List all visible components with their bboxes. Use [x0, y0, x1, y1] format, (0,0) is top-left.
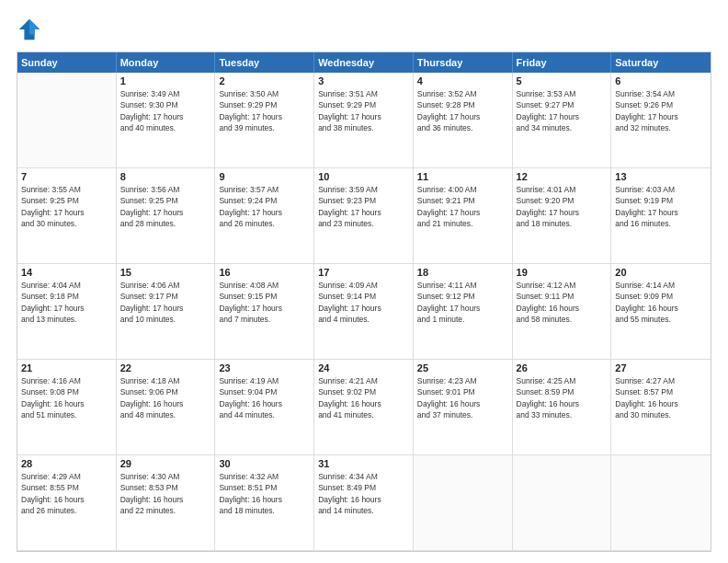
- day-number: 11: [417, 171, 508, 182]
- calendar-cell: 18Sunrise: 4:11 AMSunset: 9:12 PMDayligh…: [414, 264, 513, 360]
- calendar-cell: 10Sunrise: 3:59 AMSunset: 9:23 PMDayligh…: [314, 168, 414, 264]
- calendar-cell: 17Sunrise: 4:09 AMSunset: 9:14 PMDayligh…: [314, 264, 414, 360]
- day-info: Sunrise: 4:14 AMSunset: 9:09 PMDaylight:…: [615, 280, 707, 325]
- calendar-cell: 4Sunrise: 3:52 AMSunset: 9:28 PMDaylight…: [414, 73, 513, 168]
- calendar-cell: 30Sunrise: 4:32 AMSunset: 8:51 PMDayligh…: [215, 455, 314, 551]
- calendar-cell: 7Sunrise: 3:55 AMSunset: 9:25 PMDaylight…: [17, 168, 117, 264]
- calendar-cell: 22Sunrise: 4:18 AMSunset: 9:06 PMDayligh…: [117, 360, 216, 455]
- calendar-cell: 2Sunrise: 3:50 AMSunset: 9:29 PMDaylight…: [215, 73, 314, 168]
- day-number: 3: [318, 75, 409, 86]
- calendar-cell: 19Sunrise: 4:12 AMSunset: 9:11 PMDayligh…: [513, 264, 612, 360]
- day-info: Sunrise: 3:57 AMSunset: 9:24 PMDaylight:…: [219, 184, 310, 229]
- header: [17, 17, 711, 42]
- day-number: 7: [21, 171, 112, 182]
- calendar-cell: 28Sunrise: 4:29 AMSunset: 8:55 PMDayligh…: [17, 455, 117, 551]
- calendar-cell: [414, 455, 513, 551]
- day-number: 10: [318, 171, 409, 182]
- day-number: 16: [219, 267, 310, 278]
- calendar-cell: 15Sunrise: 4:06 AMSunset: 9:17 PMDayligh…: [117, 264, 216, 360]
- calendar-cell: 8Sunrise: 3:56 AMSunset: 9:25 PMDaylight…: [117, 168, 216, 264]
- calendar-cell: 14Sunrise: 4:04 AMSunset: 9:18 PMDayligh…: [17, 264, 117, 360]
- day-number: 9: [219, 171, 310, 182]
- day-info: Sunrise: 3:49 AMSunset: 9:30 PMDaylight:…: [120, 88, 211, 133]
- day-number: 18: [417, 267, 508, 278]
- day-info: Sunrise: 4:23 AMSunset: 9:01 PMDaylight:…: [417, 375, 508, 420]
- day-number: 14: [21, 267, 112, 278]
- day-number: 8: [120, 171, 211, 182]
- calendar-cell: 29Sunrise: 4:30 AMSunset: 8:53 PMDayligh…: [117, 455, 216, 551]
- day-number: 5: [517, 75, 608, 86]
- calendar-cell: 25Sunrise: 4:23 AMSunset: 9:01 PMDayligh…: [414, 360, 513, 455]
- day-number: 19: [517, 267, 608, 278]
- day-number: 13: [615, 171, 707, 182]
- day-info: Sunrise: 4:34 AMSunset: 8:49 PMDaylight:…: [318, 471, 409, 516]
- day-info: Sunrise: 4:18 AMSunset: 9:06 PMDaylight:…: [120, 375, 211, 420]
- day-info: Sunrise: 4:00 AMSunset: 9:21 PMDaylight:…: [417, 184, 508, 229]
- calendar-cell: [611, 455, 711, 551]
- day-number: 22: [120, 362, 211, 373]
- day-number: 21: [21, 362, 112, 373]
- day-number: 15: [120, 267, 211, 278]
- day-number: 4: [417, 75, 508, 86]
- day-info: Sunrise: 4:25 AMSunset: 8:59 PMDaylight:…: [517, 375, 608, 420]
- day-number: 25: [417, 362, 508, 373]
- weekday-header: Tuesday: [215, 52, 314, 73]
- calendar-cell: [513, 455, 612, 551]
- calendar-cell: 20Sunrise: 4:14 AMSunset: 9:09 PMDayligh…: [611, 264, 711, 360]
- day-info: Sunrise: 4:06 AMSunset: 9:17 PMDaylight:…: [120, 280, 211, 325]
- day-number: 29: [120, 458, 211, 469]
- day-info: Sunrise: 3:51 AMSunset: 9:29 PMDaylight:…: [318, 88, 409, 133]
- calendar: SundayMondayTuesdayWednesdayThursdayFrid…: [17, 52, 711, 552]
- day-number: 2: [219, 75, 310, 86]
- day-info: Sunrise: 3:54 AMSunset: 9:26 PMDaylight:…: [615, 88, 707, 133]
- calendar-cell: 21Sunrise: 4:16 AMSunset: 9:08 PMDayligh…: [17, 360, 117, 455]
- day-info: Sunrise: 3:50 AMSunset: 9:29 PMDaylight:…: [219, 88, 310, 133]
- calendar-cell: 3Sunrise: 3:51 AMSunset: 9:29 PMDaylight…: [314, 73, 414, 168]
- day-info: Sunrise: 3:55 AMSunset: 9:25 PMDaylight:…: [21, 184, 112, 229]
- calendar-cell: 1Sunrise: 3:49 AMSunset: 9:30 PMDaylight…: [117, 73, 216, 168]
- calendar-cell: 13Sunrise: 4:03 AMSunset: 9:19 PMDayligh…: [611, 168, 711, 264]
- weekday-header: Sunday: [17, 52, 117, 73]
- calendar-cell: [17, 73, 117, 168]
- day-number: 30: [219, 458, 310, 469]
- calendar-cell: 26Sunrise: 4:25 AMSunset: 8:59 PMDayligh…: [513, 360, 612, 455]
- day-info: Sunrise: 4:12 AMSunset: 9:11 PMDaylight:…: [517, 280, 608, 325]
- weekday-header: Saturday: [611, 52, 711, 73]
- day-number: 27: [615, 362, 707, 373]
- day-info: Sunrise: 4:09 AMSunset: 9:14 PMDaylight:…: [318, 280, 409, 325]
- day-info: Sunrise: 4:03 AMSunset: 9:19 PMDaylight:…: [615, 184, 707, 229]
- day-info: Sunrise: 4:16 AMSunset: 9:08 PMDaylight:…: [21, 375, 112, 420]
- day-info: Sunrise: 4:30 AMSunset: 8:53 PMDaylight:…: [120, 471, 211, 516]
- day-info: Sunrise: 4:21 AMSunset: 9:02 PMDaylight:…: [318, 375, 409, 420]
- day-info: Sunrise: 4:01 AMSunset: 9:20 PMDaylight:…: [517, 184, 608, 229]
- calendar-cell: 6Sunrise: 3:54 AMSunset: 9:26 PMDaylight…: [611, 73, 711, 168]
- day-info: Sunrise: 4:08 AMSunset: 9:15 PMDaylight:…: [219, 280, 310, 325]
- day-number: 26: [517, 362, 608, 373]
- calendar-cell: 31Sunrise: 4:34 AMSunset: 8:49 PMDayligh…: [314, 455, 414, 551]
- weekday-header: Thursday: [414, 52, 513, 73]
- logo: [17, 17, 46, 42]
- day-info: Sunrise: 4:04 AMSunset: 9:18 PMDaylight:…: [21, 280, 112, 325]
- day-info: Sunrise: 3:52 AMSunset: 9:28 PMDaylight:…: [417, 88, 508, 133]
- day-number: 23: [219, 362, 310, 373]
- day-info: Sunrise: 4:29 AMSunset: 8:55 PMDaylight:…: [21, 471, 112, 516]
- weekday-header: Wednesday: [314, 52, 414, 73]
- day-info: Sunrise: 3:53 AMSunset: 9:27 PMDaylight:…: [517, 88, 608, 133]
- day-info: Sunrise: 4:27 AMSunset: 8:57 PMDaylight:…: [615, 375, 707, 420]
- calendar-cell: 23Sunrise: 4:19 AMSunset: 9:04 PMDayligh…: [215, 360, 314, 455]
- day-number: 17: [318, 267, 409, 278]
- day-number: 12: [517, 171, 608, 182]
- svg-marker-1: [29, 19, 40, 35]
- calendar-header: SundayMondayTuesdayWednesdayThursdayFrid…: [17, 52, 711, 73]
- day-number: 20: [615, 267, 707, 278]
- calendar-cell: 16Sunrise: 4:08 AMSunset: 9:15 PMDayligh…: [215, 264, 314, 360]
- day-number: 31: [318, 458, 409, 469]
- day-info: Sunrise: 4:32 AMSunset: 8:51 PMDaylight:…: [219, 471, 310, 516]
- day-number: 24: [318, 362, 409, 373]
- day-number: 28: [21, 458, 112, 469]
- calendar-cell: 9Sunrise: 3:57 AMSunset: 9:24 PMDaylight…: [215, 168, 314, 264]
- day-info: Sunrise: 4:11 AMSunset: 9:12 PMDaylight:…: [417, 280, 508, 325]
- page: SundayMondayTuesdayWednesdayThursdayFrid…: [0, 0, 728, 563]
- calendar-cell: 11Sunrise: 4:00 AMSunset: 9:21 PMDayligh…: [414, 168, 513, 264]
- weekday-header: Monday: [117, 52, 216, 73]
